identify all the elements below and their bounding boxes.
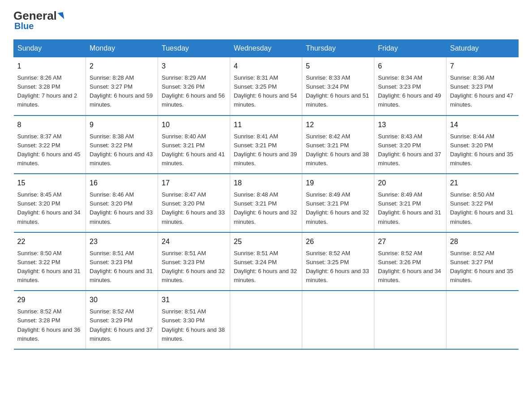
calendar-cell: 24 Sunrise: 8:51 AMSunset: 3:23 PMDaylig… [158, 232, 230, 291]
day-number: 19 [306, 178, 370, 188]
calendar-cell: 17 Sunrise: 8:47 AMSunset: 3:20 PMDaylig… [158, 174, 230, 232]
calendar-cell: 14 Sunrise: 8:44 AMSunset: 3:20 PMDaylig… [446, 116, 519, 174]
day-number: 3 [162, 61, 226, 72]
day-number: 7 [450, 61, 515, 72]
day-number: 14 [450, 120, 515, 130]
day-info: Sunrise: 8:52 AMSunset: 3:26 PMDaylight:… [378, 249, 442, 285]
calendar-cell: 7 Sunrise: 8:36 AMSunset: 3:23 PMDayligh… [446, 57, 519, 116]
day-info: Sunrise: 8:31 AMSunset: 3:25 PMDaylight:… [234, 73, 298, 110]
calendar-cell: 18 Sunrise: 8:48 AMSunset: 3:21 PMDaylig… [230, 174, 302, 232]
calendar-cell: 19 Sunrise: 8:49 AMSunset: 3:21 PMDaylig… [302, 174, 374, 232]
day-number: 25 [234, 236, 298, 247]
day-number: 15 [17, 178, 82, 188]
day-number: 26 [306, 236, 370, 247]
day-number: 1 [17, 61, 82, 72]
day-number: 11 [234, 120, 298, 130]
day-number: 13 [378, 120, 442, 130]
day-info: Sunrise: 8:42 AMSunset: 3:21 PMDaylight:… [306, 132, 370, 168]
calendar-cell: 12 Sunrise: 8:42 AMSunset: 3:21 PMDaylig… [302, 116, 374, 174]
logo-blue-text: Blue [14, 21, 34, 31]
calendar-cell: 26 Sunrise: 8:52 AMSunset: 3:25 PMDaylig… [302, 232, 374, 291]
weekday-header-monday: Monday [86, 40, 158, 57]
day-info: Sunrise: 8:34 AMSunset: 3:23 PMDaylight:… [378, 73, 442, 110]
page-header: General Blue [13, 9, 519, 31]
weekday-header-wednesday: Wednesday [230, 40, 302, 57]
calendar-cell: 1 Sunrise: 8:26 AMSunset: 3:28 PMDayligh… [14, 57, 86, 116]
calendar-cell: 29 Sunrise: 8:52 AMSunset: 3:28 PMDaylig… [14, 291, 86, 349]
weekday-header-friday: Friday [374, 40, 446, 57]
day-info: Sunrise: 8:28 AMSunset: 3:27 PMDaylight:… [90, 73, 154, 110]
day-info: Sunrise: 8:50 AMSunset: 3:22 PMDaylight:… [17, 249, 82, 285]
calendar-cell: 30 Sunrise: 8:52 AMSunset: 3:29 PMDaylig… [86, 291, 158, 349]
day-number: 31 [162, 295, 226, 305]
calendar-cell: 16 Sunrise: 8:46 AMSunset: 3:20 PMDaylig… [86, 174, 158, 232]
weekday-header-tuesday: Tuesday [158, 40, 230, 57]
weekday-header-row: SundayMondayTuesdayWednesdayThursdayFrid… [14, 40, 519, 57]
day-info: Sunrise: 8:49 AMSunset: 3:21 PMDaylight:… [306, 190, 370, 227]
day-number: 5 [306, 61, 370, 72]
calendar-cell: 10 Sunrise: 8:40 AMSunset: 3:21 PMDaylig… [158, 116, 230, 174]
day-info: Sunrise: 8:50 AMSunset: 3:22 PMDaylight:… [450, 190, 515, 227]
week-row-2: 8 Sunrise: 8:37 AMSunset: 3:22 PMDayligh… [14, 116, 519, 174]
day-number: 18 [234, 178, 298, 188]
day-number: 24 [162, 236, 226, 247]
day-number: 9 [90, 120, 154, 130]
calendar-cell: 8 Sunrise: 8:37 AMSunset: 3:22 PMDayligh… [14, 116, 86, 174]
calendar-table: SundayMondayTuesdayWednesdayThursdayFrid… [13, 39, 519, 350]
day-number: 6 [378, 61, 442, 72]
logo: General Blue [13, 9, 64, 31]
calendar-cell: 9 Sunrise: 8:38 AMSunset: 3:22 PMDayligh… [86, 116, 158, 174]
day-info: Sunrise: 8:41 AMSunset: 3:21 PMDaylight:… [234, 132, 298, 168]
day-info: Sunrise: 8:36 AMSunset: 3:23 PMDaylight:… [450, 73, 515, 110]
day-info: Sunrise: 8:37 AMSunset: 3:22 PMDaylight:… [17, 132, 82, 168]
calendar-cell: 28 Sunrise: 8:52 AMSunset: 3:27 PMDaylig… [446, 232, 519, 291]
day-info: Sunrise: 8:40 AMSunset: 3:21 PMDaylight:… [162, 132, 226, 168]
calendar-cell [374, 291, 446, 349]
weekday-header-sunday: Sunday [14, 40, 86, 57]
calendar-cell: 20 Sunrise: 8:49 AMSunset: 3:21 PMDaylig… [374, 174, 446, 232]
day-info: Sunrise: 8:48 AMSunset: 3:21 PMDaylight:… [234, 190, 298, 227]
day-number: 21 [450, 178, 515, 188]
day-info: Sunrise: 8:38 AMSunset: 3:22 PMDaylight:… [90, 132, 154, 168]
day-number: 20 [378, 178, 442, 188]
day-number: 27 [378, 236, 442, 247]
day-number: 2 [90, 61, 154, 72]
day-info: Sunrise: 8:51 AMSunset: 3:30 PMDaylight:… [162, 307, 226, 343]
logo-triangle-icon [58, 12, 64, 20]
calendar-cell: 13 Sunrise: 8:43 AMSunset: 3:20 PMDaylig… [374, 116, 446, 174]
day-info: Sunrise: 8:44 AMSunset: 3:20 PMDaylight:… [450, 132, 515, 168]
day-info: Sunrise: 8:52 AMSunset: 3:29 PMDaylight:… [90, 307, 154, 343]
calendar-cell: 21 Sunrise: 8:50 AMSunset: 3:22 PMDaylig… [446, 174, 519, 232]
calendar-cell: 27 Sunrise: 8:52 AMSunset: 3:26 PMDaylig… [374, 232, 446, 291]
day-number: 30 [90, 295, 154, 305]
day-number: 23 [90, 236, 154, 247]
calendar-cell: 15 Sunrise: 8:45 AMSunset: 3:20 PMDaylig… [14, 174, 86, 232]
calendar-cell: 3 Sunrise: 8:29 AMSunset: 3:26 PMDayligh… [158, 57, 230, 116]
calendar-cell: 6 Sunrise: 8:34 AMSunset: 3:23 PMDayligh… [374, 57, 446, 116]
day-info: Sunrise: 8:45 AMSunset: 3:20 PMDaylight:… [17, 190, 82, 227]
day-number: 16 [90, 178, 154, 188]
calendar-cell [230, 291, 302, 349]
calendar-cell: 25 Sunrise: 8:51 AMSunset: 3:24 PMDaylig… [230, 232, 302, 291]
calendar-cell: 11 Sunrise: 8:41 AMSunset: 3:21 PMDaylig… [230, 116, 302, 174]
day-number: 17 [162, 178, 226, 188]
day-number: 22 [17, 236, 82, 247]
day-number: 28 [450, 236, 515, 247]
day-number: 4 [234, 61, 298, 72]
calendar-cell: 31 Sunrise: 8:51 AMSunset: 3:30 PMDaylig… [158, 291, 230, 349]
day-info: Sunrise: 8:52 AMSunset: 3:28 PMDaylight:… [17, 307, 82, 343]
week-row-4: 22 Sunrise: 8:50 AMSunset: 3:22 PMDaylig… [14, 232, 519, 291]
day-number: 10 [162, 120, 226, 130]
day-number: 8 [17, 120, 82, 130]
day-info: Sunrise: 8:52 AMSunset: 3:25 PMDaylight:… [306, 249, 370, 285]
day-info: Sunrise: 8:46 AMSunset: 3:20 PMDaylight:… [90, 190, 154, 227]
weekday-header-saturday: Saturday [446, 40, 519, 57]
day-info: Sunrise: 8:43 AMSunset: 3:20 PMDaylight:… [378, 132, 442, 168]
calendar-cell: 2 Sunrise: 8:28 AMSunset: 3:27 PMDayligh… [86, 57, 158, 116]
day-number: 12 [306, 120, 370, 130]
day-info: Sunrise: 8:47 AMSunset: 3:20 PMDaylight:… [162, 190, 226, 227]
calendar-cell: 22 Sunrise: 8:50 AMSunset: 3:22 PMDaylig… [14, 232, 86, 291]
day-info: Sunrise: 8:33 AMSunset: 3:24 PMDaylight:… [306, 73, 370, 110]
day-info: Sunrise: 8:29 AMSunset: 3:26 PMDaylight:… [162, 73, 226, 110]
day-info: Sunrise: 8:52 AMSunset: 3:27 PMDaylight:… [450, 249, 515, 285]
